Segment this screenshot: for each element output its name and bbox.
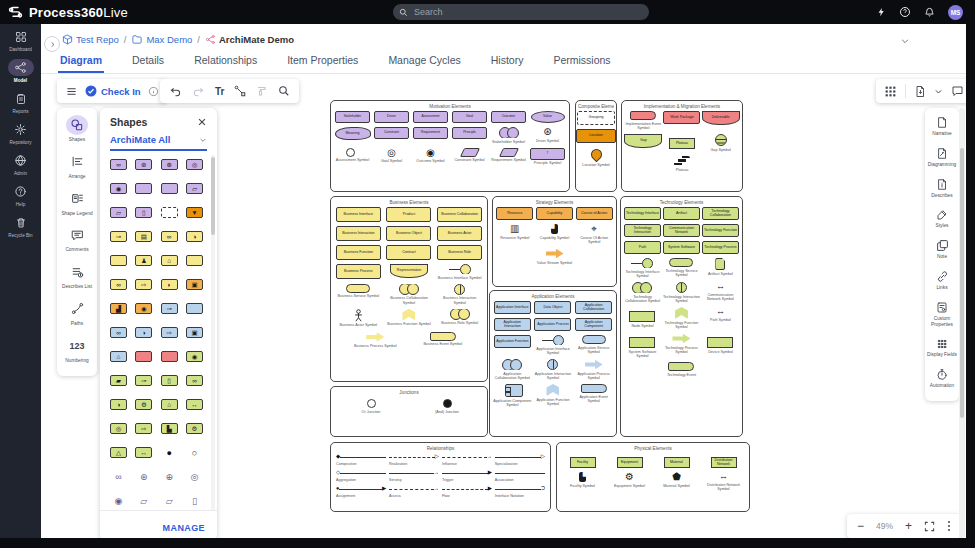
palette-scrollbar[interactable]	[211, 155, 215, 510]
shape-application-collaboration[interactable]: Application Collaboration	[573, 301, 614, 314]
sidebar-item-admin[interactable]: Admin	[0, 152, 41, 176]
palette-shape-chip[interactable]	[186, 303, 203, 314]
shape-business-interaction-symbol[interactable]: Business Interaction Symbol	[434, 284, 485, 305]
relationship-interface-notation[interactable]: Ɔ Interface Notation	[495, 485, 545, 498]
shape-application-collaboration-symbol[interactable]: Application Collaboration Symbol	[492, 359, 533, 380]
shape-stakeholder-symbol[interactable]: Stakeholder Symbol	[489, 127, 528, 144]
palette-shape-chip[interactable]: ▯	[186, 495, 203, 506]
breadcrumb-collapse-caret-icon[interactable]	[900, 36, 910, 46]
shape-device-symbol[interactable]: Device Symbol	[701, 333, 740, 354]
manage-palette-link[interactable]: MANAGE	[163, 523, 205, 533]
shape-gap[interactable]: Gap	[624, 134, 663, 148]
shape-application-process-symbol[interactable]: Application Process Symbol	[573, 359, 614, 380]
shape-resource[interactable]: Resource	[495, 207, 535, 220]
shape-capability-symbol[interactable]: ▟Capability Symbol	[535, 224, 575, 240]
shape-contract[interactable]: Contract	[384, 245, 435, 260]
right-tool-links[interactable]: Links	[925, 270, 959, 291]
palette-shape-chip[interactable]: ▤	[135, 231, 152, 242]
shape-plateau[interactable]: Plateau	[663, 134, 702, 149]
palette-shape-chip[interactable]: ▱	[135, 495, 152, 506]
shape-technology-process-symbol[interactable]: Technology Process Symbol	[662, 333, 701, 354]
palette-shape-chip[interactable]: ⊛	[135, 471, 152, 482]
comment-panel-icon[interactable]	[951, 85, 964, 97]
left-tool-shapes[interactable]: Shapes	[57, 115, 97, 143]
shape-technology-function-symbol[interactable]: Technology Function Symbol	[662, 307, 701, 329]
shape-business-object[interactable]: Business Object	[384, 226, 435, 241]
palette-shape-chip[interactable]: ▯	[135, 207, 152, 218]
tab-diagram[interactable]: Diagram	[58, 51, 104, 73]
relationship-composition[interactable]: ◆ Composition	[336, 453, 386, 466]
shape-equipment-symbol[interactable]: ⚙Equipment Symbol	[606, 472, 653, 488]
shape-principle-symbol[interactable]: !Principle Symbol	[528, 148, 567, 166]
shape-implementation-event-symbol[interactable]: Implementation Event Symbol	[624, 111, 663, 130]
relationship-realization[interactable]: ▷ Realization	[389, 453, 439, 466]
shape-work-package[interactable]: Work Package	[663, 111, 702, 124]
palette-shape-chip[interactable]: ◎	[186, 159, 203, 170]
shape-system-software[interactable]: System Software	[662, 241, 701, 254]
right-tool-describes[interactable]: Describes	[925, 178, 959, 199]
shape-plateau[interactable]: Plateau	[663, 156, 702, 172]
palette-shape-chip[interactable]: ◑	[135, 327, 152, 338]
palette-shape-chip[interactable]: ⇨	[161, 327, 178, 338]
shape-business-interface-symbol[interactable]: Business Interface Symbol	[434, 264, 485, 280]
shape-technology-event[interactable]: Technology Event	[662, 362, 701, 377]
grid-apps-icon[interactable]	[884, 85, 897, 98]
shape-path-symbol[interactable]: ↔Path Symbol	[701, 307, 740, 322]
shape-technology-interface[interactable]: Technology Interface	[623, 207, 662, 220]
sidebar-item-help[interactable]: Help	[0, 183, 41, 207]
right-tool-automation[interactable]: Automation	[925, 368, 959, 389]
shape-communication-network[interactable]: Communication Network	[662, 224, 701, 237]
shape-goal-symbol[interactable]: ◎Goal Symbol	[372, 148, 411, 164]
user-avatar[interactable]: MS	[948, 5, 963, 20]
shape-business-actor-symbol[interactable]: Business Actor Symbol	[333, 309, 384, 328]
shape-technology-collaboration[interactable]: Technology Collaboration	[701, 207, 740, 220]
shape-equipment[interactable]: Equipment	[606, 453, 653, 468]
relationship-serving[interactable]: → Serving	[389, 469, 439, 482]
palette-shape-chip[interactable]: ◉	[135, 303, 152, 314]
shape-facility[interactable]: Facility	[559, 453, 606, 468]
shape-or-junction[interactable]: Or Junction	[333, 399, 409, 414]
palette-shape-chip[interactable]: ♟	[135, 255, 152, 266]
sidebar-item-dashboard[interactable]: Dashboard	[0, 28, 41, 52]
shape-facility-symbol[interactable]: ▙Facility Symbol	[559, 472, 606, 488]
shape-driver[interactable]: Driver	[372, 111, 411, 123]
export-document-icon[interactable]	[914, 85, 926, 98]
shape-and-junction[interactable]: (And) Junction	[409, 399, 485, 414]
palette-shape-chip[interactable]: ⊸	[110, 231, 127, 242]
shape-application-interaction[interactable]: Application Interaction	[492, 318, 533, 331]
shape-artifact-symbol[interactable]: Artifact Symbol	[701, 258, 740, 276]
canvas-group-relationships[interactable]: Relationships ◆ Composition ▷ Realizatio…	[330, 442, 551, 512]
shape-technology-process[interactable]: Technology Process	[701, 241, 740, 254]
tab-item-properties[interactable]: Item Properties	[285, 51, 360, 73]
shape-application-interface[interactable]: Application Interface	[492, 301, 533, 314]
zoom-out-button[interactable]: −	[857, 519, 864, 533]
shape-business-function[interactable]: Business Function	[333, 245, 384, 260]
palette-shape-chip[interactable]: ∞	[110, 279, 127, 290]
shape-business-actor[interactable]: Business Actor	[434, 226, 485, 241]
right-tool-note[interactable]: Note	[925, 239, 959, 260]
palette-shape-chip[interactable]: ▰	[110, 375, 127, 386]
shape-capability[interactable]: Capability	[535, 207, 575, 220]
palette-shape-chip[interactable]: ▼	[186, 207, 203, 218]
shape-system-software-symbol[interactable]: System Software Symbol	[623, 333, 662, 358]
shape-constraint-symbol[interactable]: Constraint Symbol	[450, 148, 489, 163]
shape-constraint[interactable]: Constraint	[372, 127, 411, 139]
right-tool-styles[interactable]: Styles	[925, 209, 959, 229]
shape-application-process[interactable]: Application Process	[533, 318, 574, 331]
shape-course-of-action[interactable]: Course of Action	[574, 207, 614, 220]
palette-shape-chip[interactable]: ⌂	[161, 255, 178, 266]
sidebar-item-model[interactable]: Model	[0, 59, 41, 83]
palette-shape-chip[interactable]	[161, 351, 178, 362]
shape-application-component-symbol[interactable]: Application Component Symbol	[492, 384, 533, 407]
search-input[interactable]	[412, 6, 616, 18]
canvas-group-implementation-migration-elements[interactable]: Implementation & Migration ElementsImple…	[621, 100, 743, 192]
palette-shape-chip[interactable]: ◎	[110, 423, 127, 434]
shape-grouping[interactable]: Grouping	[578, 111, 614, 125]
palette-shape-chip[interactable]	[161, 183, 178, 194]
canvas-scrollbar[interactable]	[959, 108, 965, 538]
shape-resource-symbol[interactable]: ▥Resource Symbol	[495, 224, 535, 240]
shape-application-interaction-symbol[interactable]: Application Interaction Symbol	[533, 359, 574, 380]
shape-gap-symbol[interactable]: Gap Symbol	[701, 134, 740, 152]
palette-shape-chip[interactable]: ∞	[161, 231, 178, 242]
shape-application-function[interactable]: Application Function	[492, 335, 533, 348]
